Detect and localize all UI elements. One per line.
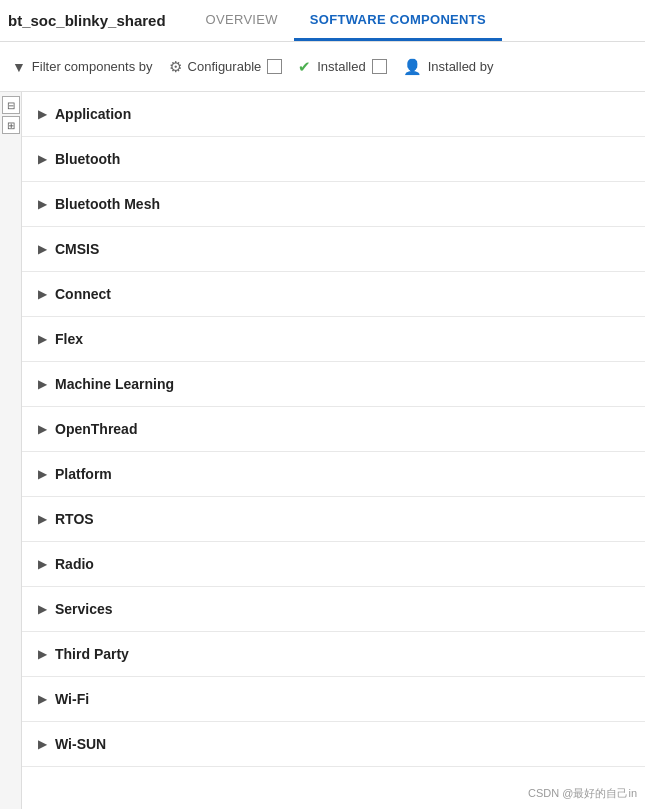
- list-item[interactable]: ▶ Application: [22, 92, 645, 137]
- watermark: CSDN @最好的自己in: [528, 786, 637, 801]
- component-name-connect: Connect: [55, 286, 111, 302]
- expand-arrow-flex: ▶: [38, 332, 47, 346]
- component-name-application: Application: [55, 106, 131, 122]
- list-item[interactable]: ▶ Wi-Fi: [22, 677, 645, 722]
- expand-arrow-bluetooth: ▶: [38, 152, 47, 166]
- filter-components-label: Filter components by: [32, 59, 153, 74]
- installed-check-icon: ✔: [298, 58, 311, 76]
- gear-icon: ⚙: [169, 58, 182, 76]
- list-item[interactable]: ▶ Services: [22, 587, 645, 632]
- left-panel: ⊟ ⊞: [0, 92, 22, 809]
- expand-arrow-openthread: ▶: [38, 422, 47, 436]
- tab-overview[interactable]: OVERVIEW: [190, 0, 294, 41]
- filter-bar: ▼ Filter components by ⚙ Configurable ✔ …: [0, 42, 645, 92]
- filter-icon: ▼: [12, 59, 26, 75]
- expand-arrow-wisun: ▶: [38, 737, 47, 751]
- tab-software-components[interactable]: SOFTWARE COMPONENTS: [294, 0, 502, 41]
- installed-by-label: Installed by: [428, 59, 494, 74]
- expand-arrow-platform: ▶: [38, 467, 47, 481]
- installed-filter: ✔ Installed: [298, 58, 386, 76]
- component-name-platform: Platform: [55, 466, 112, 482]
- configurable-filter: ⚙ Configurable: [169, 58, 283, 76]
- filter-label-group: ▼ Filter components by: [12, 59, 153, 75]
- expand-arrow-cmsis: ▶: [38, 242, 47, 256]
- list-item[interactable]: ▶ OpenThread: [22, 407, 645, 452]
- list-item[interactable]: ▶ Third Party: [22, 632, 645, 677]
- installed-label: Installed: [317, 59, 365, 74]
- expand-arrow-third-party: ▶: [38, 647, 47, 661]
- expand-arrow-machine-learning: ▶: [38, 377, 47, 391]
- list-item[interactable]: ▶ Platform: [22, 452, 645, 497]
- expand-arrow-rtos: ▶: [38, 512, 47, 526]
- list-item[interactable]: ▶ Bluetooth Mesh: [22, 182, 645, 227]
- component-name-bluetooth-mesh: Bluetooth Mesh: [55, 196, 160, 212]
- expand-arrow-wifi: ▶: [38, 692, 47, 706]
- panel-icon-add[interactable]: ⊞: [2, 116, 20, 134]
- expand-arrow-application: ▶: [38, 107, 47, 121]
- expand-arrow-connect: ▶: [38, 287, 47, 301]
- main-content: ⊟ ⊞ ▶ Application ▶ Bluetooth ▶ Bluetoot…: [0, 92, 645, 809]
- configurable-checkbox[interactable]: [267, 59, 282, 74]
- list-item[interactable]: ▶ Flex: [22, 317, 645, 362]
- component-name-bluetooth: Bluetooth: [55, 151, 120, 167]
- component-list-container[interactable]: ▶ Application ▶ Bluetooth ▶ Bluetooth Me…: [22, 92, 645, 809]
- installed-by-filter: 👤 Installed by: [403, 58, 494, 76]
- component-name-machine-learning: Machine Learning: [55, 376, 174, 392]
- tab-bar: OVERVIEW SOFTWARE COMPONENTS: [190, 0, 502, 41]
- list-item[interactable]: ▶ Connect: [22, 272, 645, 317]
- project-title: bt_soc_blinky_shared: [8, 12, 166, 29]
- component-name-cmsis: CMSIS: [55, 241, 99, 257]
- list-item[interactable]: ▶ Radio: [22, 542, 645, 587]
- component-name-services: Services: [55, 601, 113, 617]
- component-name-wisun: Wi-SUN: [55, 736, 106, 752]
- panel-icon-expand[interactable]: ⊟: [2, 96, 20, 114]
- list-item[interactable]: ▶ CMSIS: [22, 227, 645, 272]
- list-item[interactable]: ▶ Machine Learning: [22, 362, 645, 407]
- component-name-radio: Radio: [55, 556, 94, 572]
- configurable-label: Configurable: [188, 59, 262, 74]
- component-name-wifi: Wi-Fi: [55, 691, 89, 707]
- app-container: bt_soc_blinky_shared OVERVIEW SOFTWARE C…: [0, 0, 645, 809]
- header: bt_soc_blinky_shared OVERVIEW SOFTWARE C…: [0, 0, 645, 42]
- component-name-openthread: OpenThread: [55, 421, 137, 437]
- component-name-rtos: RTOS: [55, 511, 94, 527]
- expand-arrow-bluetooth-mesh: ▶: [38, 197, 47, 211]
- list-item[interactable]: ▶ Bluetooth: [22, 137, 645, 182]
- person-icon: 👤: [403, 58, 422, 76]
- expand-arrow-services: ▶: [38, 602, 47, 616]
- expand-arrow-radio: ▶: [38, 557, 47, 571]
- component-name-flex: Flex: [55, 331, 83, 347]
- list-item[interactable]: ▶ Wi-SUN: [22, 722, 645, 767]
- component-name-third-party: Third Party: [55, 646, 129, 662]
- installed-checkbox[interactable]: [372, 59, 387, 74]
- list-item[interactable]: ▶ RTOS: [22, 497, 645, 542]
